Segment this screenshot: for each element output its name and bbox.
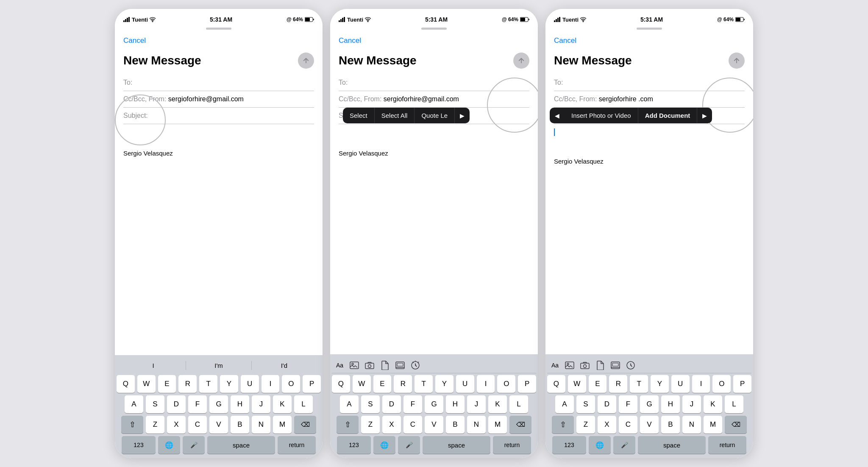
key-globe-2[interactable]: 🌐 [373, 436, 395, 454]
key-x-3[interactable]: X [598, 416, 616, 434]
key-mic-1[interactable]: 🎤 [183, 436, 205, 454]
key-k-3[interactable]: K [704, 395, 722, 413]
key-h-1[interactable]: H [231, 395, 249, 413]
key-b-2[interactable]: B [446, 416, 465, 434]
key-k-2[interactable]: K [488, 395, 507, 413]
context-arrow-left-3[interactable]: ◀ [550, 108, 565, 123]
key-globe-1[interactable]: 🌐 [158, 436, 180, 454]
key-t-2[interactable]: T [415, 375, 433, 393]
key-shift-1[interactable]: ⇧ [121, 416, 143, 434]
key-p-3[interactable]: P [733, 375, 751, 393]
key-m-3[interactable]: M [704, 416, 722, 434]
key-l-2[interactable]: L [509, 395, 528, 413]
key-o-2[interactable]: O [497, 375, 515, 393]
key-m-1[interactable]: M [273, 416, 292, 434]
key-h-3[interactable]: H [661, 395, 680, 413]
key-123-2[interactable]: 123 [337, 436, 371, 454]
key-e-2[interactable]: E [373, 375, 392, 393]
suggestion-1-3[interactable]: I'd [252, 361, 317, 370]
key-b-3[interactable]: B [661, 416, 680, 434]
key-o-3[interactable]: O [712, 375, 731, 393]
key-space-3[interactable]: space [638, 436, 706, 454]
key-return-3[interactable]: return [708, 436, 746, 454]
key-a-2[interactable]: A [340, 395, 359, 413]
key-w-2[interactable]: W [353, 375, 371, 393]
key-w-3[interactable]: W [568, 375, 586, 393]
context-select-all-2[interactable]: Select All [375, 108, 415, 123]
kb-screen-icon-2[interactable] [394, 359, 406, 371]
key-o-1[interactable]: O [282, 375, 300, 393]
key-v-3[interactable]: V [640, 416, 659, 434]
body-area-2[interactable]: Sergio Velasquez [339, 124, 529, 354]
key-c-2[interactable]: C [403, 416, 422, 434]
key-k-1[interactable]: K [273, 395, 292, 413]
key-u-3[interactable]: U [671, 375, 690, 393]
kb-doc-icon-3[interactable] [594, 359, 606, 371]
key-n-2[interactable]: N [467, 416, 486, 434]
key-d-3[interactable]: D [598, 395, 616, 413]
key-p-1[interactable]: P [303, 375, 321, 393]
key-y-3[interactable]: Y [651, 375, 669, 393]
key-y-1[interactable]: Y [220, 375, 238, 393]
key-x-2[interactable]: X [382, 416, 401, 434]
key-s-3[interactable]: S [576, 395, 595, 413]
key-c-3[interactable]: C [619, 416, 637, 434]
kb-nav-icon-2[interactable] [409, 359, 421, 371]
send-button-3[interactable] [729, 53, 745, 69]
key-f-3[interactable]: F [619, 395, 637, 413]
suggestion-1-2[interactable]: I'm [186, 361, 251, 370]
key-space-1[interactable]: space [207, 436, 275, 454]
key-q-2[interactable]: Q [332, 375, 350, 393]
key-return-1[interactable]: return [278, 436, 316, 454]
key-space-2[interactable]: space [423, 436, 490, 454]
kb-photo-icon-3[interactable] [564, 359, 576, 371]
suggestion-1-1[interactable]: I [121, 361, 186, 370]
key-v-2[interactable]: V [425, 416, 443, 434]
key-f-1[interactable]: F [188, 395, 207, 413]
key-y-2[interactable]: Y [435, 375, 453, 393]
key-j-3[interactable]: J [682, 395, 701, 413]
key-n-3[interactable]: N [682, 416, 701, 434]
cc-field-1[interactable]: Cc/Bcc, From: sergioforhire@gmail.com [123, 91, 314, 108]
context-select-2[interactable]: Select [343, 108, 375, 123]
key-h-2[interactable]: H [446, 395, 465, 413]
key-a-3[interactable]: A [555, 395, 574, 413]
key-r-2[interactable]: R [394, 375, 412, 393]
key-mic-2[interactable]: 🎤 [398, 436, 420, 454]
key-s-1[interactable]: S [146, 395, 164, 413]
key-m-2[interactable]: M [488, 416, 507, 434]
key-v-1[interactable]: V [209, 416, 228, 434]
subject-field-1[interactable]: Subject: [123, 108, 314, 124]
context-quote-2[interactable]: Quote Le [415, 108, 455, 123]
key-123-1[interactable]: 123 [122, 436, 156, 454]
key-d-2[interactable]: D [382, 395, 401, 413]
key-u-1[interactable]: U [241, 375, 259, 393]
key-shift-2[interactable]: ⇧ [337, 416, 359, 434]
key-x-1[interactable]: X [167, 416, 186, 434]
key-j-2[interactable]: J [467, 395, 486, 413]
key-g-1[interactable]: G [209, 395, 228, 413]
key-r-1[interactable]: R [178, 375, 197, 393]
kb-font-btn-3[interactable]: Aa [550, 361, 560, 370]
key-l-1[interactable]: L [294, 395, 313, 413]
kb-nav-icon-3[interactable] [625, 359, 637, 371]
key-i-2[interactable]: I [477, 375, 495, 393]
key-c-1[interactable]: C [188, 416, 207, 434]
to-field-2[interactable]: To: [339, 75, 529, 91]
key-z-1[interactable]: Z [146, 416, 164, 434]
kb-camera-icon-3[interactable] [579, 359, 591, 371]
key-n-1[interactable]: N [252, 416, 270, 434]
cancel-button-3[interactable]: Cancel [554, 33, 745, 48]
key-q-1[interactable]: Q [117, 375, 135, 393]
kb-doc-icon-2[interactable] [379, 359, 391, 371]
context-add-doc-3[interactable]: Add Document [638, 108, 698, 123]
key-u-2[interactable]: U [456, 375, 474, 393]
key-b-1[interactable]: B [231, 416, 249, 434]
key-f-2[interactable]: F [403, 395, 422, 413]
context-arrow-right-3[interactable]: ▶ [697, 108, 712, 123]
key-d-1[interactable]: D [167, 395, 186, 413]
key-p-2[interactable]: P [518, 375, 536, 393]
key-globe-3[interactable]: 🌐 [589, 436, 611, 454]
key-mic-3[interactable]: 🎤 [613, 436, 635, 454]
cancel-button-2[interactable]: Cancel [339, 33, 529, 48]
